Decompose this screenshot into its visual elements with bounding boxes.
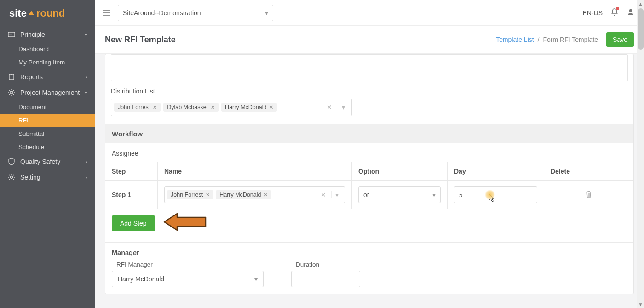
assignee-tag: John Forrest ✕ — [167, 190, 213, 199]
tag-text: John Forrest — [118, 104, 150, 110]
day-input[interactable] — [454, 186, 537, 203]
sidebar-item-submittal[interactable]: Submittal — [0, 127, 95, 140]
name-cell: John Forrest ✕ Harry McDonald ✕ ✕ ▾ — [158, 181, 352, 209]
sidebar-label: RFI — [18, 117, 29, 124]
option-select[interactable]: or ▾ — [358, 186, 441, 203]
chevron-down-icon: ▾ — [85, 90, 87, 96]
notifications-button[interactable] — [611, 8, 618, 17]
workflow-table: Step Name Option Day Delete Step 1 John … — [105, 162, 633, 209]
distribution-tag: Dylab Mcbasket ✕ — [163, 103, 218, 112]
page-header: New RFI Template Template List / Form RF… — [95, 26, 644, 54]
dropdown-toggle[interactable]: ▾ — [338, 104, 349, 111]
chevron-right-icon: › — [86, 74, 87, 80]
scrollbar-thumb[interactable] — [638, 8, 644, 50]
add-step-button[interactable]: Add Step — [112, 215, 155, 231]
user-menu-button[interactable] — [627, 8, 635, 17]
vertical-scrollbar[interactable]: ▲ ▼ — [637, 0, 644, 308]
sidebar-item-reports[interactable]: Reports › — [0, 69, 95, 85]
svg-rect-1 — [8, 32, 15, 37]
remove-tag-button[interactable]: ✕ — [153, 105, 157, 110]
assignee-multiselect[interactable]: John Forrest ✕ Harry McDonald ✕ ✕ ▾ — [164, 186, 345, 203]
tag-text: Harry McDonald — [219, 192, 261, 198]
content: Distribution List John Forrest ✕ Dylab M… — [95, 54, 644, 308]
breadcrumb-current: Form RFI Template — [543, 36, 598, 43]
callout-arrow-icon — [163, 212, 207, 233]
col-name: Name — [158, 162, 352, 180]
sidebar-label: Submittal — [18, 130, 44, 137]
sidebar-label: Dashboard — [18, 46, 49, 52]
distribution-label: Distribution List — [111, 87, 628, 95]
sidebar-label: My Pending Item — [18, 59, 65, 66]
add-step-row: Add Step — [105, 209, 633, 238]
menu-toggle-button[interactable] — [100, 6, 113, 19]
breadcrumb-separator: / — [538, 36, 540, 43]
breadcrumb: Template List / Form RFI Template Save — [496, 32, 634, 47]
sidebar-label: Schedule — [18, 144, 44, 151]
duration-input[interactable] — [291, 271, 360, 287]
dropdown-toggle[interactable]: ▾ — [331, 191, 342, 198]
delete-row-button[interactable] — [585, 190, 592, 200]
distribution-multiselect[interactable]: John Forrest ✕ Dylab Mcbasket ✕ Harry Mc… — [111, 99, 352, 116]
assignee-tag: Harry McDonald ✕ — [216, 190, 271, 199]
sidebar-item-rfi[interactable]: RFI — [0, 114, 95, 127]
gear-icon — [7, 89, 16, 96]
col-option: Option — [352, 162, 448, 180]
sidebar-item-dashboard[interactable]: Dashboard — [0, 42, 95, 56]
sidebar-label: Setting — [20, 174, 40, 181]
distribution-tag: Harry McDonald ✕ — [221, 103, 277, 112]
assignee-label: Assignee — [105, 143, 633, 162]
brand-text-2: round — [36, 7, 65, 19]
sidebar: site round Principle ▾ Dashboard My Pend… — [0, 0, 95, 308]
project-select-value: SiteAround--Demonstration — [123, 9, 201, 17]
sidebar-item-quality-safety[interactable]: Quality Safety › — [0, 154, 95, 169]
sidebar-item-document[interactable]: Document — [0, 100, 95, 114]
remove-tag-button[interactable]: ✕ — [269, 105, 273, 110]
clear-all-button[interactable]: ✕ — [318, 191, 329, 198]
tag-text: John Forrest — [171, 192, 203, 198]
svg-line-10 — [9, 90, 10, 91]
shield-icon — [7, 158, 16, 165]
manager-section: Manager RFI Manager Harry McDonald ▾ Dur… — [105, 243, 633, 294]
sidebar-item-principle[interactable]: Principle ▾ — [0, 27, 95, 42]
tag-text: Dylab Mcbasket — [167, 104, 208, 110]
remove-tag-button[interactable]: ✕ — [211, 105, 215, 110]
topbar: SiteAround--Demonstration ▾ EN-US — [95, 0, 644, 26]
trash-icon — [585, 190, 592, 198]
svg-point-18 — [629, 9, 632, 12]
chevron-right-icon: › — [86, 174, 87, 180]
rfi-manager-select[interactable]: Harry McDonald ▾ — [112, 271, 264, 287]
nav-list: Principle ▾ Dashboard My Pending Item Re… — [0, 27, 95, 185]
project-select[interactable]: SiteAround--Demonstration ▾ — [118, 5, 273, 21]
sidebar-label: Document — [18, 104, 47, 110]
scroll-up-button[interactable]: ▲ — [637, 0, 644, 7]
sidebar-item-project-management[interactable]: Project Management ▾ — [0, 85, 95, 100]
sidebar-item-schedule[interactable]: Schedule — [0, 140, 95, 154]
rfi-manager-value: Harry McDonald — [118, 275, 164, 283]
sidebar-label: Principle — [20, 31, 45, 38]
sidebar-label: Reports — [20, 73, 43, 81]
svg-line-12 — [9, 94, 10, 95]
save-button[interactable]: Save — [606, 32, 634, 47]
notification-dot — [616, 7, 619, 10]
scroll-down-button[interactable]: ▼ — [637, 301, 644, 308]
remove-tag-button[interactable]: ✕ — [206, 192, 210, 198]
clear-all-button[interactable]: ✕ — [324, 104, 335, 111]
locale-label[interactable]: EN-US — [582, 9, 603, 17]
page-title: New RFI Template — [105, 35, 176, 45]
remove-tag-button[interactable]: ✕ — [264, 192, 268, 198]
textarea-placeholder-box[interactable] — [111, 54, 628, 81]
clipboard-icon — [7, 73, 16, 81]
svg-rect-2 — [9, 34, 12, 34]
step-cell: Step 1 — [105, 181, 158, 209]
sidebar-item-setting[interactable]: Setting › — [0, 169, 95, 185]
chevron-right-icon: › — [86, 159, 87, 164]
breadcrumb-link-template-list[interactable]: Template List — [496, 36, 534, 43]
manager-section-title: Manager — [112, 249, 627, 256]
sidebar-item-pending[interactable]: My Pending Item — [0, 56, 95, 69]
svg-rect-4 — [11, 74, 12, 75]
svg-line-13 — [13, 90, 14, 91]
svg-marker-21 — [164, 214, 206, 230]
hamburger-icon — [103, 10, 111, 16]
user-icon — [627, 8, 635, 16]
sidebar-label: Project Management — [20, 89, 80, 96]
